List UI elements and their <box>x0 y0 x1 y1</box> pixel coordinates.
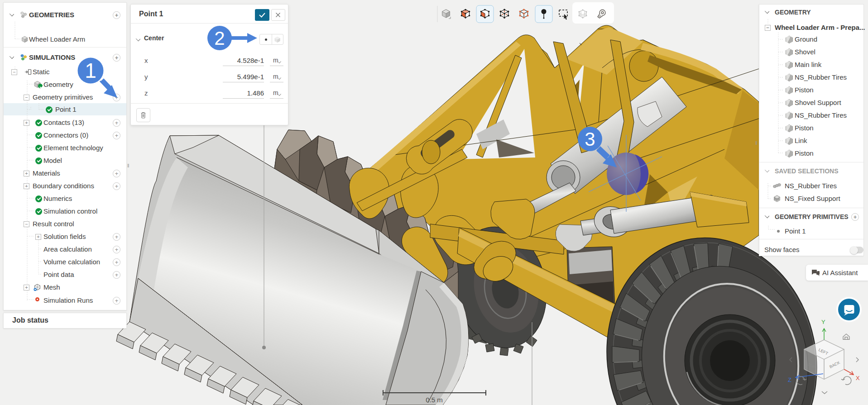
svg-text:‖: ‖ <box>755 140 758 146</box>
svg-text:2: 2 <box>214 28 225 49</box>
svg-text:1: 1 <box>85 59 96 82</box>
svg-text:3: 3 <box>585 129 595 150</box>
svg-text:‖: ‖ <box>127 163 129 168</box>
